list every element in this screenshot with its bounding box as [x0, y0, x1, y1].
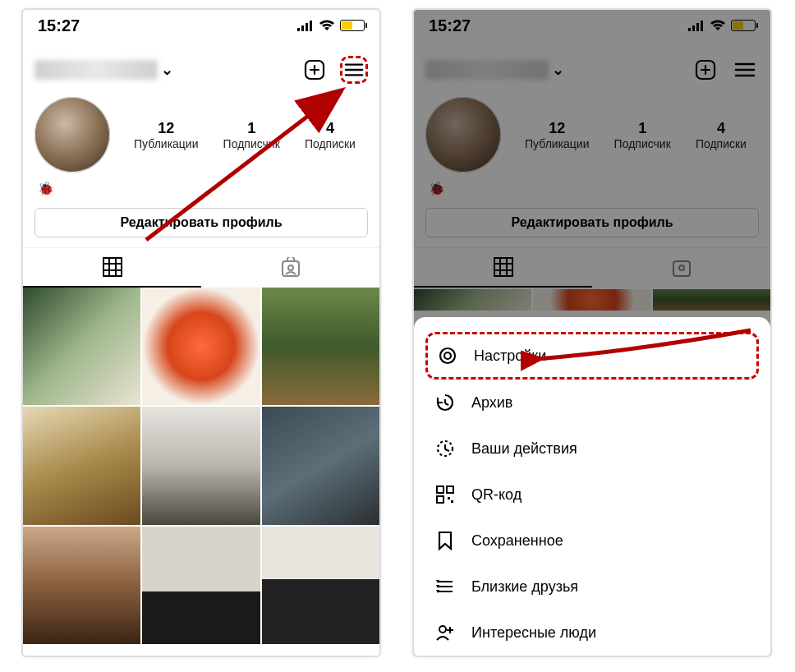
profile-header: ⌄ [23, 41, 379, 89]
svg-rect-41 [437, 486, 443, 493]
menu-item-archive[interactable]: Архив [414, 380, 770, 426]
svg-rect-15 [283, 261, 299, 276]
qr-icon [434, 483, 457, 506]
svg-rect-10 [103, 258, 122, 276]
battery-icon [340, 20, 365, 31]
svg-line-40 [445, 449, 449, 451]
svg-rect-42 [447, 486, 453, 493]
menu-label: Архив [471, 394, 512, 412]
discover-people-icon [434, 621, 457, 644]
menu-item-qr[interactable]: QR-код [414, 472, 770, 518]
svg-rect-45 [451, 500, 453, 503]
post-thumbnail[interactable] [262, 288, 379, 405]
menu-item-saved[interactable]: Сохраненное [414, 518, 770, 564]
svg-rect-1 [301, 25, 304, 31]
svg-line-37 [445, 403, 448, 405]
signal-icon [297, 16, 314, 35]
status-indicators [297, 16, 365, 35]
post-thumbnail[interactable] [23, 288, 140, 405]
menu-item-activity[interactable]: Ваши действия [414, 426, 770, 472]
username-blurred [34, 60, 158, 80]
menu-item-close-friends[interactable]: Близкие друзья [414, 564, 770, 610]
menu-item-settings[interactable]: Настройки [433, 338, 751, 374]
menu-label: Интересные люди [471, 624, 596, 642]
profile-stats-row: 12 Публикации 1 Подписчик 4 Подписки [23, 89, 379, 176]
svg-rect-43 [437, 496, 443, 503]
post-thumbnail[interactable] [262, 527, 379, 644]
avatar[interactable] [34, 97, 110, 173]
menu-label: Ваши действия [471, 440, 577, 458]
post-thumbnail[interactable] [23, 527, 140, 644]
chevron-down-icon: ⌄ [161, 61, 173, 79]
menu-item-discover-people[interactable]: Интересные люди [414, 610, 770, 656]
menu-label: Сохраненное [471, 532, 563, 550]
bookmark-icon [434, 529, 457, 552]
post-thumbnail[interactable] [23, 407, 140, 524]
svg-point-52 [439, 626, 446, 633]
add-post-button[interactable] [301, 56, 329, 84]
posts-grid [23, 288, 379, 644]
post-thumbnail[interactable] [142, 407, 260, 524]
tagged-icon [280, 257, 301, 278]
profile-tabs [23, 247, 379, 288]
hamburger-menu-button[interactable] [340, 56, 368, 84]
tab-tagged[interactable] [201, 248, 379, 288]
menu-bottom-sheet: Настройки Архив Ваши действия QR-код [414, 317, 770, 656]
wifi-icon [319, 16, 335, 35]
stat-following[interactable]: 4 Подписки [305, 120, 356, 150]
stat-followers[interactable]: 1 Подписчик [223, 120, 280, 150]
menu-item-settings-highlighted: Настройки [425, 332, 759, 380]
stat-posts[interactable]: 12 Публикации [134, 120, 198, 150]
phone-screenshot-profile: 15:27 ⌄ 12 [21, 8, 381, 657]
status-time: 15:27 [38, 16, 80, 35]
svg-rect-2 [306, 23, 308, 31]
phone-screenshot-menu: 15:27 ⌄ 12Публикации 1Подписчик 4Подписк… [412, 8, 772, 657]
post-thumbnail[interactable] [262, 407, 379, 524]
svg-rect-44 [448, 497, 450, 499]
edit-profile-button[interactable]: Редактировать профиль [34, 208, 368, 237]
tab-grid[interactable] [23, 248, 201, 288]
activity-icon [434, 437, 457, 460]
svg-rect-0 [297, 28, 300, 31]
svg-rect-3 [310, 21, 312, 31]
grid-icon [102, 256, 123, 278]
menu-label: QR-код [471, 486, 522, 504]
archive-icon [434, 391, 457, 414]
gear-icon [436, 344, 459, 367]
close-friends-icon [434, 575, 457, 598]
svg-point-35 [444, 352, 451, 359]
status-bar: 15:27 [23, 10, 379, 41]
post-thumbnail[interactable] [142, 288, 260, 405]
username-dropdown[interactable]: ⌄ [34, 60, 173, 80]
menu-label: Близкие друзья [471, 578, 578, 596]
bio-emoji: 🐞 [23, 176, 379, 205]
post-thumbnail[interactable] [142, 527, 260, 644]
menu-label: Настройки [474, 348, 546, 365]
svg-point-16 [288, 265, 293, 270]
svg-point-34 [440, 348, 455, 363]
